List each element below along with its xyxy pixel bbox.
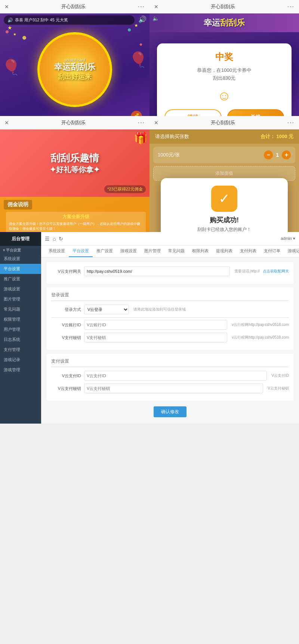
v-secret-input[interactable] (84, 333, 227, 342)
tab-platform-label: 平台设置 (73, 248, 89, 254)
vpay-network-hint: 需要活话,http:// (234, 269, 260, 274)
login-method-label: 登录方式 (51, 307, 81, 312)
sidebar-platform-label: 平台设置 (4, 266, 20, 272)
card-label: 1000元/张 (158, 152, 180, 158)
sidebar-item-log[interactable]: 日志系统 (0, 335, 41, 345)
vpay-network-input[interactable] (84, 266, 230, 276)
sidebar-item-game[interactable]: 游戏设置 (0, 284, 41, 294)
tab-system-label: 系统设置 (49, 248, 65, 254)
hamburger-icon[interactable]: ☰ (45, 236, 50, 242)
success-dialog: ✓ 购买成功! 刮刮卡已经放入您的账户！ 2 秒后跳转去刮卡 (161, 178, 288, 232)
sidebar-item-image[interactable]: 图片管理 (0, 294, 41, 304)
v-account-input[interactable] (84, 320, 227, 330)
lucky-title: 幸运刮刮乐 (204, 17, 245, 28)
lucky-title-banner: 幸运刮刮乐 (150, 13, 299, 32)
close-icon-3[interactable]: ✕ (4, 120, 9, 126)
win-desc-2: 刮出830元 (164, 74, 284, 82)
card-item: 1000元/张 － 1 ＋ (153, 147, 295, 163)
home-icon[interactable]: ⌂ (53, 236, 56, 242)
admin-tabs: 系统设置 平台设置 推广设置 游戏设置 图片管理 常见问题 权限列表 提现列表 (41, 245, 299, 257)
sidebar-item-system[interactable]: 系统设置 (0, 254, 41, 264)
panel-1-title: 开心刮刮乐 (61, 3, 86, 10)
payment-settings-title: 支付设置 (51, 358, 289, 367)
exchange-button[interactable]: 兑换 (227, 109, 284, 116)
win-action-buttons: 继续 兑换 (164, 109, 284, 116)
tab-image[interactable]: 图片管理 (141, 245, 164, 257)
more-icon-2[interactable]: ··· (287, 3, 295, 10)
quantity-plus-button[interactable]: ＋ (282, 150, 291, 159)
admin-panel: 后台管理 ▾ 平台设置 系统设置 平台设置 推广设置 游戏设置 图片管理 常见问… (0, 232, 299, 424)
panel-3-header: ✕ 开心刮刮乐 ··· (0, 116, 150, 129)
tab-game[interactable]: 游戏设置 (117, 245, 141, 257)
tab-payorder[interactable]: 支付订单 (260, 245, 284, 257)
bag-icon[interactable]: 💰 (131, 111, 142, 116)
tab-system[interactable]: 系统设置 (45, 245, 69, 257)
tab-image-label: 图片管理 (144, 248, 161, 254)
tab-payorder-label: 支付订单 (264, 248, 280, 254)
star-decor-1: ★ (7, 25, 12, 31)
panel-2-title: 开心刮刮乐 (211, 3, 235, 10)
panel-4-title: 开心刮刮乐 (211, 119, 235, 126)
more-icon-4[interactable]: ··· (287, 119, 295, 126)
tab-promote[interactable]: 推广设置 (93, 245, 117, 257)
tab-paylist[interactable]: 支付列表 (236, 245, 260, 257)
close-icon-2[interactable]: ✕ (154, 4, 158, 10)
sidebar-item-platform[interactable]: 平台设置 (0, 264, 41, 274)
tab-platform[interactable]: 平台设置 (69, 245, 93, 257)
more-icon-1[interactable]: ··· (138, 3, 145, 10)
main-text-2: 刮出好运来 (54, 72, 95, 81)
login-method-row: 登录方式 V云登录 请将此地址添加到可信任登录域 (51, 305, 289, 314)
pay-v-id-input[interactable] (84, 371, 267, 381)
panel-3-commission: ✕ 开心刮刮乐 ··· 刮刮乐趣情 ✦好礼等你拿✦ 🎁 *23已获得22元佣金 … (0, 116, 150, 232)
volume-toggle[interactable]: 🔊 (138, 15, 147, 24)
smile-icon: ☺ (164, 88, 284, 104)
tab-faq[interactable]: 常见问题 (164, 245, 188, 257)
pay-v-secret-label: V云支付秘钥 (51, 386, 81, 391)
panel-3-banner-text: 刮刮乐趣情 ✦好礼等你拿✦ (50, 152, 100, 174)
upgrade-box: 方案全新升级 佣金方案全新升级！您不仅可以直接邀请用户（一级用户），还能从这些用… (6, 212, 146, 232)
v-account-row: V云账行ID v云行程网http://pay.cshv0518.com (51, 320, 289, 330)
more-icon-3[interactable]: ··· (138, 119, 145, 126)
sidebar-item-payment[interactable]: 支付管理 (0, 345, 41, 355)
sidebar-permission-label: 权限管理 (4, 317, 20, 322)
admin-user-label[interactable]: admin ▾ (281, 236, 295, 241)
win-dialog: 中奖 恭喜您，在1000元卡券中 刮出830元 ☺ 继续 兑换 (157, 43, 292, 116)
close-icon-1[interactable]: ✕ (4, 4, 9, 10)
tab-game-label: 游戏设置 (120, 248, 137, 254)
refresh-admin-icon[interactable]: ↻ (59, 236, 63, 242)
tab-permission[interactable]: 权限列表 (188, 245, 212, 257)
purchase-header-title: 请选择购买张数 (155, 133, 189, 140)
admin-sidebar: 后台管理 ▾ 平台设置 系统设置 平台设置 推广设置 游戏设置 图片管理 常见问… (0, 232, 41, 424)
panel-1-content: 🔊 恭喜 用户312 刮中 45 元大奖 🔊 ★ ★ ★ scratch car… (0, 13, 150, 116)
success-desc: 刮刮卡已经放入您的账户！ (168, 226, 280, 232)
quantity-minus-button[interactable]: － (264, 150, 273, 159)
login-method-select[interactable]: V云登录 (84, 305, 129, 314)
total-label: 合计： (261, 134, 275, 139)
submit-area: 确认修改 (47, 405, 293, 419)
logo-area: scratch card 幸运刮刮乐 刮出好运来 (37, 32, 112, 107)
pay-v-id-hint: V云支付ID (271, 373, 289, 378)
sidebar-item-gamerecord[interactable]: 游戏记录 (0, 355, 41, 365)
tab-gamerecord-top[interactable]: 游戏记录 (284, 245, 299, 257)
confetti-4 (139, 43, 142, 46)
success-check-icon: ✓ (211, 186, 237, 212)
sidebar-gamerecord-label: 游戏记录 (4, 357, 20, 363)
sidebar-log-label: 日志系统 (4, 337, 20, 342)
sidebar-item-permission[interactable]: 权限管理 (0, 314, 41, 324)
sidebar-item-faq[interactable]: 常见问题 (0, 304, 41, 314)
continue-button[interactable]: 继续 (164, 109, 222, 116)
win-desc-1: 恭喜您，在1000元卡券中 (164, 67, 284, 74)
sidebar-item-user[interactable]: 用户管理 (0, 324, 41, 335)
upgrade-desc: 佣金方案全新升级！您不仅可以直接邀请用户（一级用户），还能从这些用户的游戏中赚取… (9, 222, 143, 231)
volume-icon-2[interactable]: 🔈 (152, 15, 159, 21)
tab-withdraw[interactable]: 提现列表 (212, 245, 236, 257)
sidebar-item-gamemgmt[interactable]: 游戏管理 (0, 365, 41, 375)
sidebar-payment-label: 支付管理 (4, 347, 20, 352)
confetti-1 (6, 30, 9, 33)
confirm-modify-button[interactable]: 确认修改 (154, 406, 187, 417)
close-icon-4[interactable]: ✕ (154, 120, 158, 126)
vpay-network-link[interactable]: 点击获取配网关 (263, 269, 289, 274)
pay-v-id-label: V云支付ID (51, 373, 81, 379)
sidebar-item-promote[interactable]: 推广设置 (0, 274, 41, 284)
pay-v-secret-input[interactable] (84, 384, 263, 393)
